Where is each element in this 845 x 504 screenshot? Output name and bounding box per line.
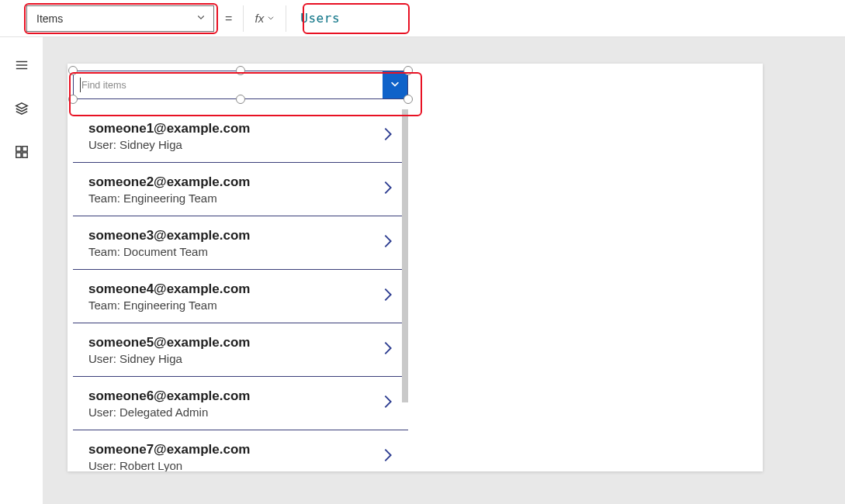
list-item[interactable]: someone1@example.comUser: Sidney Higa [73,109,408,163]
list-item-primary: someone6@example.com [88,388,377,404]
list-item-secondary: User: Sidney Higa [88,138,377,151]
list-item-secondary: Team: Document Team [88,245,377,258]
hamburger-icon[interactable] [14,57,29,73]
chevron-right-icon[interactable] [382,286,394,306]
svg-marker-3 [16,103,26,109]
chevron-down-icon [267,14,275,23]
list-item-secondary: Team: Engineering Team [88,192,377,205]
property-dropdown[interactable]: Items [26,5,214,32]
scrollbar-thumb[interactable] [402,109,408,402]
apps-icon[interactable] [14,144,29,160]
fx-label: fx [255,12,265,25]
list-item[interactable]: someone5@example.comUser: Sidney Higa [73,323,408,377]
combobox-input[interactable] [74,71,383,98]
chevron-down-icon [390,78,400,92]
gallery-list: someone1@example.comUser: Sidney Higasom… [73,109,408,471]
resize-handle[interactable] [236,95,245,104]
resize-handle[interactable] [68,66,78,75]
list-item-primary: someone4@example.com [88,281,377,297]
text-cursor [80,78,81,92]
chevron-down-icon [196,12,206,24]
canvas-area[interactable]: someone1@example.comUser: Sidney Higasom… [43,37,845,504]
chevron-right-icon[interactable] [382,447,394,467]
property-dropdown-value: Items [36,12,63,25]
list-item-secondary: Team: Engineering Team [88,299,377,312]
equals-label: = [225,12,232,26]
resize-handle[interactable] [68,95,78,104]
main-area: someone1@example.comUser: Sidney Higasom… [0,37,845,504]
list-item-primary: someone2@example.com [88,174,377,190]
list-item-primary: someone7@example.com [88,442,377,457]
fx-button[interactable]: fx [243,5,286,32]
chevron-right-icon[interactable] [382,340,394,360]
list-item-primary: someone5@example.com [88,335,377,350]
list-item[interactable]: someone7@example.comUser: Robert Lyon [73,430,408,471]
list-item[interactable]: someone4@example.comTeam: Engineering Te… [73,270,408,323]
formula-value: Users [300,11,340,26]
layers-icon[interactable] [14,101,29,116]
chevron-right-icon[interactable] [382,233,394,253]
svg-rect-4 [16,147,20,151]
app-screen: someone1@example.comUser: Sidney Higasom… [68,64,763,471]
list-item-secondary: User: Sidney Higa [88,352,377,365]
list-item[interactable]: someone6@example.comUser: Delegated Admi… [73,377,408,430]
chevron-right-icon[interactable] [382,126,394,146]
chevron-right-icon[interactable] [382,393,394,413]
combobox-control[interactable] [73,71,408,99]
combobox-dropdown-button[interactable] [383,71,407,98]
resize-handle[interactable] [403,95,413,104]
svg-rect-5 [22,147,26,151]
resize-handle[interactable] [236,66,245,75]
list-item-primary: someone1@example.com [88,121,377,136]
svg-rect-7 [22,153,26,157]
resize-handle[interactable] [403,66,413,75]
chevron-right-icon[interactable] [382,179,394,199]
list-item[interactable]: someone3@example.comTeam: Document Team [73,216,408,270]
svg-rect-6 [16,153,20,157]
list-item-secondary: User: Delegated Admin [88,406,377,419]
list-item-primary: someone3@example.com [88,228,377,243]
left-rail [0,37,43,504]
list-item[interactable]: someone2@example.comTeam: Engineering Te… [73,163,408,216]
list-item-secondary: User: Robert Lyon [88,459,377,472]
formula-bar: Items = fx Users [0,0,845,37]
formula-input[interactable]: Users [286,5,845,32]
